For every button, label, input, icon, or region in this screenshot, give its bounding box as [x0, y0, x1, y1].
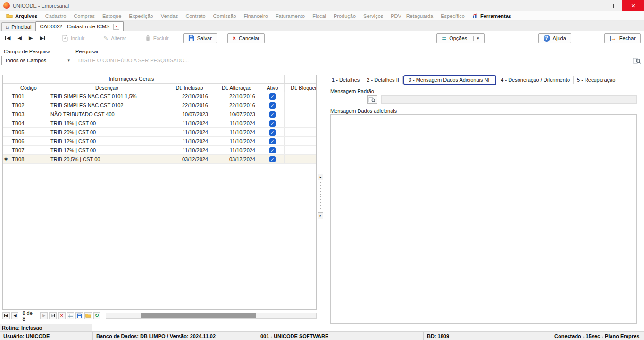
- cell-dt-inclusao[interactable]: 10/07/2023: [166, 110, 213, 119]
- cell-dt-bloqueio[interactable]: [285, 146, 316, 154]
- menu-expedicao[interactable]: Expedição: [125, 13, 157, 19]
- cell-dt-bloqueio[interactable]: [285, 110, 316, 119]
- cell-descricao[interactable]: TRIB SIMPLES NAC CST 0102: [48, 101, 166, 110]
- search-button[interactable]: [632, 56, 642, 65]
- splitter-grip[interactable]: [320, 182, 321, 211]
- cell-descricao[interactable]: TRIB SIMPLES NAC CST 0101 1,5%: [48, 92, 166, 101]
- cell-dt-alteracao[interactable]: 22/10/2016: [213, 101, 260, 110]
- menu-compras[interactable]: Compras: [70, 13, 99, 19]
- cell-codigo[interactable]: TB07: [9, 146, 48, 154]
- tab-detalhes[interactable]: 1 - Detalhes: [328, 76, 363, 84]
- tab-mensagem-dados-adicionais-nf[interactable]: 3 - Mensagem Dados Adicionais NF: [403, 75, 496, 85]
- cancelar-button[interactable]: × Cancelar: [227, 33, 265, 43]
- nav-first-button[interactable]: ◀: [2, 312, 10, 319]
- next-record-button[interactable]: ▶: [29, 35, 33, 41]
- search-input[interactable]: [75, 56, 631, 65]
- menu-arquivos[interactable]: Arquivos: [2, 13, 42, 19]
- menu-financeiro[interactable]: Financeiro: [240, 13, 272, 19]
- cell-codigo[interactable]: TB01: [9, 92, 48, 101]
- cell-codigo[interactable]: TB08: [9, 155, 48, 163]
- close-button[interactable]: ×: [622, 0, 644, 11]
- mensagem-padrao-input[interactable]: [381, 95, 637, 104]
- table-row[interactable]: TB06 TRIB 12% | CST 00 11/10/2024 11/10/…: [3, 137, 316, 146]
- panel-splitter[interactable]: ▸ ▸: [318, 75, 324, 310]
- cell-descricao[interactable]: NÃO TRIBUTADO CST 400: [48, 110, 166, 119]
- cell-dt-alteracao[interactable]: 03/12/2024: [213, 155, 260, 163]
- incluir-button[interactable]: Incluir: [58, 35, 89, 42]
- column-header-dt-bloqueio[interactable]: Dt. Bloquei: [285, 84, 316, 92]
- table-row[interactable]: TB03 NÃO TRIBUTADO CST 400 10/07/2023 10…: [3, 110, 316, 119]
- cell-ativo[interactable]: ✓: [260, 128, 285, 136]
- cell-dt-inclusao[interactable]: 03/12/2024: [166, 155, 213, 163]
- excluir-button[interactable]: Excluir: [141, 35, 174, 41]
- splitter-expand-bottom-button[interactable]: ▸: [318, 212, 323, 219]
- table-row[interactable]: TB04 TRIB 18% | CST 00 11/10/2024 11/10/…: [3, 119, 316, 128]
- cell-dt-alteracao[interactable]: 11/10/2024: [213, 146, 260, 154]
- scrollbar-thumb[interactable]: [141, 313, 256, 318]
- menu-contrato[interactable]: Contrato: [182, 13, 209, 19]
- table-row[interactable]: TB05 TRIB 20% | CST 00 11/10/2024 11/10/…: [3, 128, 316, 137]
- menu-producao[interactable]: Produção: [330, 13, 360, 19]
- cell-codigo[interactable]: TB06: [9, 137, 48, 145]
- cell-ativo[interactable]: ✓: [260, 101, 285, 110]
- tab-close-button[interactable]: ×: [113, 24, 119, 30]
- cell-dt-alteracao[interactable]: 10/07/2023: [213, 110, 260, 119]
- table-row-current[interactable]: ✱ TB08 TRIB 20,5% | CST 00 03/12/2024 03…: [3, 155, 316, 164]
- cell-dt-bloqueio[interactable]: [285, 101, 316, 110]
- tab-desoneracao-diferimento[interactable]: 4 - Desoneração / Diferimento: [497, 76, 574, 84]
- cell-dt-alteracao[interactable]: 11/10/2024: [213, 128, 260, 136]
- column-header-codigo[interactable]: Código: [9, 84, 48, 92]
- menu-faturamento[interactable]: Faturamento: [272, 13, 309, 19]
- cell-dt-inclusao[interactable]: 11/10/2024: [166, 137, 213, 145]
- cell-ativo[interactable]: ✓: [260, 92, 285, 101]
- fechar-button[interactable]: → Fechar: [604, 33, 641, 43]
- menu-pdv-retaguarda[interactable]: PDV - Retaguarda: [387, 13, 437, 19]
- tab-detalhes-ii[interactable]: 2 - Detalhes II: [363, 76, 402, 84]
- cell-dt-inclusao[interactable]: 22/10/2016: [166, 101, 213, 110]
- cell-descricao[interactable]: TRIB 20% | CST 00: [48, 128, 166, 136]
- nav-prev-button[interactable]: ◀: [11, 312, 19, 319]
- table-row[interactable]: TB01 TRIB SIMPLES NAC CST 0101 1,5% 22/1…: [3, 92, 316, 101]
- first-record-button[interactable]: ◀: [5, 35, 10, 41]
- menu-especifico[interactable]: Específico: [437, 13, 468, 19]
- last-record-button[interactable]: ▶: [40, 35, 45, 41]
- nav-last-button[interactable]: ▶: [49, 312, 57, 319]
- cell-dt-alteracao[interactable]: 11/10/2024: [213, 119, 260, 128]
- column-header-dt-inclusao[interactable]: Dt. Inclusão: [166, 84, 213, 92]
- cell-dt-inclusao[interactable]: 11/10/2024: [166, 119, 213, 128]
- nav-export-grid-button[interactable]: [67, 312, 75, 319]
- opcoes-button[interactable]: ☰ Opções ▾: [436, 33, 484, 43]
- tab-cad0022-cadastro-icms[interactable]: CAD0022 - Cadastro de ICMS ×: [35, 21, 124, 31]
- ajuda-button[interactable]: ? Ajuda: [538, 33, 571, 43]
- tab-principal[interactable]: ⌂ Principal: [1, 22, 35, 31]
- maximize-button[interactable]: [601, 0, 622, 11]
- previous-record-button[interactable]: ◀: [17, 35, 21, 41]
- cell-codigo[interactable]: TB05: [9, 128, 48, 136]
- mensagem-padrao-lookup-button[interactable]: [367, 95, 377, 104]
- cell-dt-bloqueio[interactable]: [285, 119, 316, 128]
- menu-comissao[interactable]: Comissão: [209, 13, 240, 19]
- menu-estoque[interactable]: Estoque: [99, 13, 125, 19]
- mensagem-dados-textarea[interactable]: [330, 114, 637, 324]
- cell-codigo[interactable]: TB04: [9, 119, 48, 128]
- cell-descricao[interactable]: TRIB 17% | CST 00: [48, 146, 166, 154]
- cell-dt-inclusao[interactable]: 22/10/2016: [166, 92, 213, 101]
- menu-fiscal[interactable]: Fiscal: [309, 13, 330, 19]
- search-field-select[interactable]: Todos os Campos ▾: [1, 56, 73, 65]
- cell-dt-bloqueio[interactable]: [285, 128, 316, 136]
- nav-save-button[interactable]: [75, 312, 83, 319]
- cell-dt-inclusao[interactable]: 11/10/2024: [166, 146, 213, 154]
- splitter-expand-top-button[interactable]: ▸: [318, 174, 323, 180]
- nav-delete-button[interactable]: ×: [58, 312, 66, 319]
- table-row[interactable]: TB02 TRIB SIMPLES NAC CST 0102 22/10/201…: [3, 101, 316, 110]
- cell-dt-alteracao[interactable]: 11/10/2024: [213, 137, 260, 145]
- cell-descricao[interactable]: TRIB 20,5% | CST 00: [48, 155, 166, 163]
- table-row[interactable]: TB07 TRIB 17% | CST 00 11/10/2024 11/10/…: [3, 146, 316, 155]
- column-header-descricao[interactable]: Descrição: [48, 84, 166, 92]
- minimize-button[interactable]: [579, 0, 601, 11]
- cell-descricao[interactable]: TRIB 18% | CST 00: [48, 119, 166, 128]
- cell-descricao[interactable]: TRIB 12% | CST 00: [48, 137, 166, 145]
- nav-open-button[interactable]: [84, 312, 92, 319]
- cell-ativo[interactable]: ✓: [260, 146, 285, 154]
- nav-refresh-button[interactable]: ↻: [93, 312, 101, 319]
